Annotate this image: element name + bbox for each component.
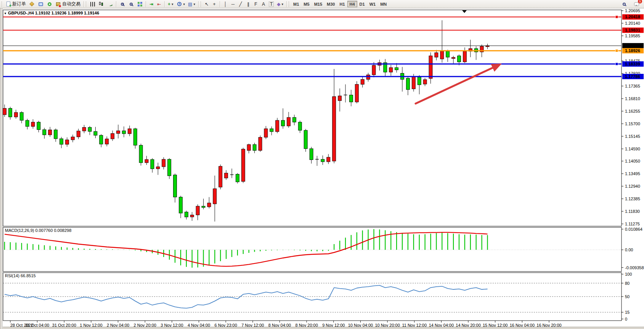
toolbar-grip[interactable] <box>86 2 87 7</box>
bear-candle[interactable] <box>446 51 450 57</box>
bear-candle[interactable] <box>202 206 205 208</box>
tf-m5-button[interactable]: M5 <box>301 1 312 7</box>
bear-candle[interactable] <box>281 120 285 126</box>
equidistant-channel-button[interactable]: ∥ <box>244 0 252 8</box>
bull-candle[interactable] <box>219 166 222 187</box>
vertical-line-button[interactable]: │ <box>222 0 229 8</box>
bull-candle[interactable] <box>156 167 160 169</box>
bull-candle[interactable] <box>128 129 131 134</box>
price-scale[interactable]: 1.206951.201401.195851.184751.179201.173… <box>622 8 644 321</box>
search-button[interactable] <box>620 0 628 8</box>
tf-mn-button[interactable]: MN <box>378 1 389 7</box>
symbol-dropdown-icon[interactable]: ▼ <box>4 12 7 15</box>
bear-candle[interactable] <box>88 127 92 131</box>
bull-candle[interactable] <box>241 149 245 182</box>
new-order-button[interactable]: 新订单 <box>4 0 27 8</box>
bear-candle[interactable] <box>133 129 137 145</box>
bear-candle[interactable] <box>122 131 125 134</box>
bear-candle[interactable] <box>8 109 12 117</box>
bull-candle[interactable] <box>327 157 330 162</box>
line-chart-button[interactable] <box>106 0 114 8</box>
tf-h1-button[interactable]: H1 <box>337 1 347 7</box>
bull-candle[interactable] <box>213 189 217 204</box>
bull-candle[interactable] <box>435 53 438 57</box>
bull-candle[interactable] <box>225 173 228 178</box>
bear-candle[interactable] <box>100 135 103 144</box>
bear-candle[interactable] <box>349 95 353 102</box>
bull-candle[interactable] <box>82 127 86 131</box>
bull-candle[interactable] <box>338 96 342 101</box>
bull-candle[interactable] <box>65 140 69 144</box>
toolbar-grip[interactable] <box>201 2 202 7</box>
market-watch-button[interactable] <box>27 0 36 8</box>
bull-candle[interactable] <box>162 159 165 167</box>
bear-candle[interactable] <box>151 160 154 169</box>
zoom-in-button[interactable]: + <box>118 0 127 8</box>
bear-candle[interactable] <box>406 78 410 89</box>
level-endpoint-marker[interactable] <box>615 63 618 65</box>
fibonacci-button[interactable]: F <box>252 0 260 8</box>
bull-candle[interactable] <box>389 68 393 72</box>
bear-candle[interactable] <box>292 117 296 122</box>
bull-candle[interactable] <box>452 57 455 59</box>
bull-candle[interactable] <box>111 134 114 139</box>
navigator-button[interactable] <box>36 0 45 8</box>
bear-candle[interactable] <box>236 174 239 182</box>
bear-candle[interactable] <box>26 120 29 126</box>
tf-m30-button[interactable]: M30 <box>324 1 337 7</box>
tf-d1-button[interactable]: D1 <box>357 1 367 7</box>
trendline-button[interactable]: ╱ <box>237 0 244 8</box>
horizontal-line-button[interactable]: ─ <box>229 0 237 8</box>
tile-windows-button[interactable] <box>135 0 144 8</box>
bear-candle[interactable] <box>270 129 273 132</box>
level-endpoint-marker[interactable] <box>615 16 618 18</box>
bull-candle[interactable] <box>264 129 268 137</box>
bear-candle[interactable] <box>185 212 188 217</box>
periods-button[interactable]: ▾ <box>175 0 187 8</box>
bear-candle[interactable] <box>43 129 46 135</box>
bull-candle[interactable] <box>423 80 427 84</box>
signals-button[interactable] <box>45 0 54 8</box>
bear-candle[interactable] <box>298 122 302 130</box>
bull-candle[interactable] <box>14 112 18 117</box>
toolbar-grip[interactable] <box>289 2 290 7</box>
bull-candle[interactable] <box>207 203 211 207</box>
bear-candle[interactable] <box>458 56 461 62</box>
toolbar-grip[interactable] <box>2 2 3 7</box>
bear-candle[interactable] <box>139 145 143 163</box>
bear-candle[interactable] <box>20 112 23 120</box>
tf-h4-button[interactable]: H4 <box>347 1 357 7</box>
bull-candle[interactable] <box>372 65 376 75</box>
bull-candle[interactable] <box>332 97 336 161</box>
bull-candle[interactable] <box>190 215 194 217</box>
bar-chart-button[interactable] <box>88 0 97 8</box>
new-chart-button[interactable]: +▾ <box>166 0 175 8</box>
bear-candle[interactable] <box>304 130 307 149</box>
bear-candle[interactable] <box>310 149 313 160</box>
notifications-button[interactable]: 1 <box>632 0 641 8</box>
bull-candle[interactable] <box>71 137 74 140</box>
crosshair-button[interactable]: + <box>210 0 218 8</box>
auto-scroll-button[interactable]: ⇥ <box>148 0 155 8</box>
bear-candle[interactable] <box>37 122 40 130</box>
bull-candle[interactable] <box>196 206 199 215</box>
bull-candle[interactable] <box>429 56 432 78</box>
chart-canvas[interactable]: 1.206951.201401.195851.184751.179201.173… <box>0 8 644 329</box>
cursor-button[interactable]: ↖ <box>203 0 210 8</box>
bear-candle[interactable] <box>321 159 324 162</box>
bear-candle[interactable] <box>54 130 58 139</box>
bull-candle[interactable] <box>31 122 35 126</box>
bull-candle[interactable] <box>287 117 291 126</box>
bull-candle[interactable] <box>117 131 120 133</box>
bull-candle[interactable] <box>463 51 466 62</box>
arrows-button[interactable]: ◆▾ <box>275 0 285 8</box>
bull-candle[interactable] <box>247 145 251 150</box>
zoom-out-button[interactable]: − <box>127 0 135 8</box>
level-endpoint-marker[interactable] <box>615 50 618 52</box>
bear-candle[interactable] <box>253 145 256 150</box>
tf-m15-button[interactable]: M15 <box>312 1 324 7</box>
bear-candle[interactable] <box>418 77 421 85</box>
bear-candle[interactable] <box>179 197 182 213</box>
candlestick-chart-button[interactable] <box>97 0 106 8</box>
tf-w1-button[interactable]: W1 <box>367 1 378 7</box>
